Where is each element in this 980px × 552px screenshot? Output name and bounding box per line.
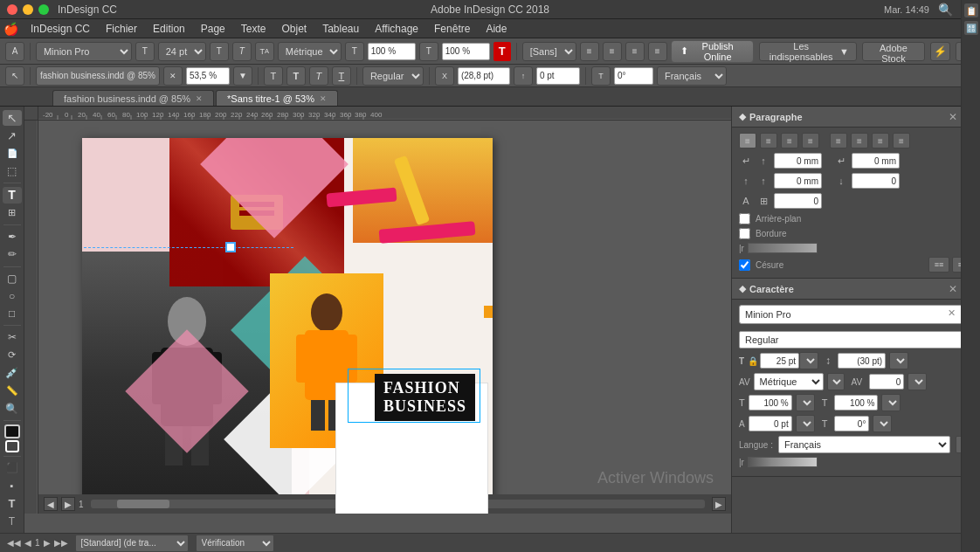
tab-sans-titre-close[interactable]: ✕ [320,94,327,103]
next-page-btn[interactable]: ▶ [61,497,75,511]
canvas-background[interactable]: FASHION BUSINESS [38,121,731,514]
zoom-dropdown-btn[interactable]: ▼ [233,66,252,86]
style-select[interactable]: Regular [362,66,424,86]
menu-fenetre[interactable]: Fenêtre [427,21,477,37]
font-size-input[interactable]: 25 pt [760,353,799,369]
tracking-unit-select[interactable]: ▼ [908,373,927,390]
tab-sans-titre[interactable]: *Sans titre-1 @ 53% ✕ [216,90,338,106]
lang2-select[interactable]: Français [657,66,727,86]
skew-unit[interactable]: ▼ [873,415,892,432]
free-transform-tool[interactable]: ⟳ [3,348,22,363]
superscript-btn[interactable]: TA [255,42,274,61]
apple-icon[interactable]: 🍎 [3,22,18,36]
menu-indesign[interactable]: InDesign CC [24,21,97,37]
align-justify-btn[interactable]: ≡ [802,133,819,148]
preview-mode-btn[interactable]: ▪ [3,478,22,493]
align-right-btn[interactable]: ≡ [781,133,798,148]
x-offset-input[interactable]: (28,8 pt) [458,67,510,85]
baseline-char-input[interactable]: 0 pt [749,416,792,431]
paragraphe-panel-close[interactable]: ✕ [949,111,957,123]
verification-select[interactable]: Vérification [196,535,274,552]
tracking-input[interactable]: 0 [869,374,904,390]
panel-icon-2[interactable]: 🔠 [964,21,978,35]
font-name-select[interactable]: Minion Pro [36,42,132,61]
zoom-input[interactable]: 53,5 % [186,67,230,85]
maximize-button[interactable] [38,4,49,15]
metrics-select[interactable]: Métrique [278,42,342,61]
font-style-select[interactable]: Regular [739,331,973,348]
scale-h-unit[interactable]: ▼ [796,394,815,411]
text-color-btn[interactable]: T [493,42,511,61]
font-search-input[interactable]: Minion Pro [739,305,973,324]
close-button[interactable] [7,4,17,15]
langue-select[interactable]: Français [778,436,950,453]
break-btn1[interactable]: ≡≡ [928,257,949,273]
bold-btn[interactable]: T [210,42,229,61]
table-tool[interactable]: ⊞ [3,205,22,221]
select-tool-btn[interactable]: A [5,42,24,61]
zoom-tool[interactable]: 🔍 [3,401,22,417]
lang-sans-select[interactable]: [Sans] [522,42,576,61]
space-before-input[interactable]: 0 mm [774,173,822,189]
menu-objet[interactable]: Objet [274,21,314,37]
panel-icon-1[interactable]: 📋 [964,3,978,17]
align-left-btn[interactable]: ≡ [739,133,756,148]
scissors-tool[interactable]: ✂ [3,329,22,345]
tab-fashion-close[interactable]: ✕ [196,94,203,103]
menu-aide[interactable]: Aide [479,21,514,37]
tab-fashion[interactable]: fashion business.indd @ 85% ✕ [52,90,214,106]
style-t3[interactable]: T [309,66,328,86]
page-tool[interactable]: 📄 [3,146,22,162]
menu-edition[interactable]: Edition [146,21,192,37]
search-icon[interactable]: 🔍 [938,3,953,17]
baseline-input[interactable]: 0 [774,193,822,209]
style-t1[interactable]: T [264,66,283,86]
align-justify3-btn[interactable]: ≡ [851,133,868,148]
size-unit-select[interactable]: ▼ [799,352,818,369]
fill-color[interactable] [4,424,20,438]
space-after-input[interactable]: 0 [852,173,900,189]
bordure-checkbox[interactable] [739,228,750,239]
caractere-panel-header[interactable]: ◆ Caractère ✕ ☰ [732,279,980,300]
menu-fichier[interactable]: Fichier [99,21,144,37]
panel-toggle-btn[interactable]: ⚡ [930,42,950,61]
prev-spread-btn[interactable]: ◀◀ [7,538,21,548]
scale-v-char-input[interactable]: 100 % [834,395,878,411]
leading-input[interactable]: (30 pt) [838,353,886,369]
align-justify2-btn[interactable]: ≡ [830,133,847,148]
indent-left-input[interactable]: 0 mm [774,153,822,169]
rect-tool[interactable]: □ [3,306,22,321]
rotation-input[interactable]: 0° [614,67,653,85]
align-center-btn[interactable]: ≡ [603,42,622,61]
align-left-btn[interactable]: ≡ [580,42,599,61]
leading-unit-select[interactable]: ▼ [889,352,908,369]
scale-h-input[interactable]: 100 % [368,43,416,60]
normal-view-btn[interactable]: ⬛ [3,459,22,475]
align-justify4-btn[interactable]: ≡ [872,133,889,148]
scale-v-input[interactable]: 100 % [442,43,490,60]
prev-page-status-btn[interactable]: ◀ [24,538,31,548]
arriere-plan-checkbox[interactable] [739,213,750,224]
style-t2[interactable]: T [286,66,306,86]
style-t4[interactable]: T [332,66,351,86]
standard-select[interactable]: [Standard] (de tra... [75,535,189,552]
scroll-thumb[interactable] [117,500,169,508]
measure-tool[interactable]: 📏 [3,383,22,398]
next-page-status-btn[interactable]: ▶ [44,538,51,548]
scroll-right-btn[interactable]: ▶ [712,497,726,511]
menu-tableau[interactable]: Tableau [315,21,366,37]
skew-input[interactable]: 0° [834,416,869,431]
rect-frame-tool[interactable]: ▢ [3,270,22,286]
eyedropper-tool[interactable]: 💉 [3,365,22,381]
align-right-btn[interactable]: ≡ [625,42,645,61]
caractere-panel-close[interactable]: ✕ [949,283,957,295]
publish-online-btn[interactable]: ⬆ Publish Online [671,40,754,63]
prev-page-btn[interactable]: ◀ [44,497,58,511]
align-all-btn[interactable]: ≡ [893,133,910,148]
tab-doc1-close[interactable]: ✕ [163,66,183,86]
menu-affichage[interactable]: Affichage [368,21,425,37]
t-icon-bottom2[interactable]: T [3,514,22,529]
align-justify-btn[interactable]: ≡ [648,42,667,61]
paragraphe-panel-header[interactable]: ◆ Paragraphe ✕ ☰ [732,107,980,128]
indispensables-btn[interactable]: Les indispensables ▼ [759,42,857,61]
